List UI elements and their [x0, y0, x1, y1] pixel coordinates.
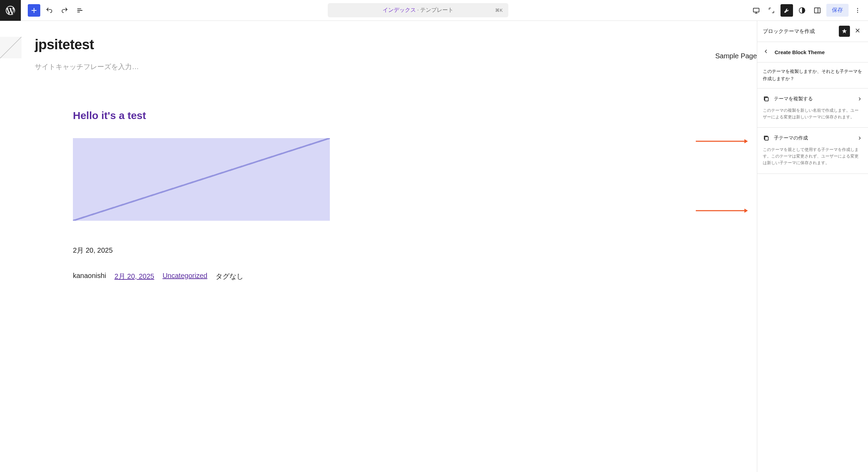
styles-button[interactable]: [796, 4, 808, 17]
options-button[interactable]: [851, 4, 864, 17]
toolbar-left: [0, 0, 86, 21]
post-date: 2月 20, 2025: [73, 246, 330, 255]
site-tagline-input[interactable]: サイトキャッチフレーズを入力…: [35, 62, 139, 71]
expand-icon: [768, 7, 775, 14]
post-content: Hello it's a test 2月 20, 2025 kanaonishi…: [0, 71, 330, 281]
option-description: このテーマの複製を新しい名前で作成します。ユーザーによる変更は新しいテーマに保存…: [763, 107, 862, 120]
post-author: kanaonishi: [73, 272, 106, 281]
post-date-link[interactable]: 2月 20, 2025: [115, 272, 155, 281]
sidebar-title: ブロックテーマを作成: [763, 28, 815, 35]
annotation-arrow-1: [696, 139, 748, 144]
nav-link-sample-page[interactable]: Sample Page: [715, 52, 757, 60]
copy-icon: [763, 95, 770, 102]
redo-icon: [61, 7, 68, 14]
main-area: jpsitetest サイトキャッチフレーズを入力… Sample Page H…: [0, 21, 868, 472]
svg-point-5: [857, 12, 858, 13]
option-child-theme: 子テーマの作成 このテーマを親として使用する子テーマを作成します。このテーマは変…: [757, 128, 868, 174]
svg-rect-2: [815, 8, 820, 13]
annotation-arrow-2: [696, 208, 748, 213]
post-title[interactable]: Hello it's a test: [73, 110, 330, 121]
undo-icon: [45, 7, 53, 14]
option-label: テーマを複製する: [774, 96, 813, 102]
sidebar-icon: [813, 7, 821, 14]
copy-icon: [763, 135, 770, 142]
panel-nav: Create Block Theme: [757, 42, 868, 62]
list-icon: [76, 7, 84, 14]
kebab-icon: [854, 7, 861, 14]
wordpress-icon: [5, 5, 16, 16]
view-desktop-button[interactable]: [750, 4, 762, 17]
settings-sidebar: ブロックテーマを作成 Create Block Theme このテーマを複製しま…: [757, 21, 868, 472]
chevron-right-icon: [857, 96, 862, 102]
wordpress-logo[interactable]: [0, 0, 21, 21]
panel-question: このテーマを複製しますか、それとも子テーマを作成しますか？: [757, 62, 868, 88]
document-title-suffix: · テンプレート: [417, 7, 454, 14]
svg-marker-9: [744, 209, 748, 213]
star-icon: [841, 28, 848, 34]
plus-icon: [30, 6, 38, 15]
svg-point-3: [857, 8, 858, 9]
top-toolbar: インデックス · テンプレート ⌘K 保存: [0, 0, 868, 21]
option-clone-theme: テーマを複製する このテーマの複製を新しい名前で作成します。ユーザーによる変更は…: [757, 88, 868, 128]
svg-rect-10: [765, 97, 768, 101]
settings-sidebar-button[interactable]: [811, 4, 824, 17]
back-button[interactable]: [763, 48, 769, 56]
site-header-block: jpsitetest サイトキャッチフレーズを入力… Sample Page: [0, 21, 757, 71]
block-inserter-button[interactable]: [28, 4, 40, 17]
document-title-link: インデックス: [383, 7, 416, 14]
tools-button[interactable]: [781, 4, 793, 17]
svg-marker-7: [744, 139, 748, 143]
undo-button[interactable]: [43, 4, 56, 17]
close-sidebar-button[interactable]: [853, 26, 862, 37]
svg-rect-11: [765, 137, 768, 140]
panel-title: Create Block Theme: [775, 49, 825, 55]
toolbar-center: インデックス · テンプレート ⌘K: [86, 3, 750, 17]
option-label: 子テーマの作成: [774, 135, 808, 141]
site-logo-placeholder[interactable]: [0, 37, 22, 58]
featured-image-placeholder[interactable]: [73, 138, 330, 221]
svg-point-4: [857, 10, 858, 11]
svg-rect-0: [753, 8, 759, 12]
pin-plugin-button[interactable]: [839, 26, 850, 37]
editor-canvas[interactable]: jpsitetest サイトキャッチフレーズを入力… Sample Page H…: [0, 21, 757, 472]
save-button[interactable]: 保存: [826, 4, 849, 17]
half-circle-icon: [798, 7, 806, 14]
post-meta: kanaonishi 2月 20, 2025 Uncategorized タグな…: [73, 272, 330, 281]
option-clone-button[interactable]: テーマを複製する: [763, 95, 862, 102]
post-category-link[interactable]: Uncategorized: [162, 272, 207, 281]
post-tags: タグなし: [216, 272, 243, 281]
option-description: このテーマを親として使用する子テーマを作成します。このテーマは変更されず、ユーザ…: [763, 146, 862, 167]
wrench-icon: [783, 7, 790, 14]
close-icon: [854, 27, 861, 34]
toolbar-right: 保存: [750, 4, 868, 17]
chevron-right-icon: [857, 135, 862, 141]
option-child-button[interactable]: 子テーマの作成: [763, 135, 862, 142]
list-view-button[interactable]: [74, 4, 86, 17]
zoom-out-button[interactable]: [765, 4, 778, 17]
command-shortcut: ⌘K: [495, 8, 503, 13]
document-switcher[interactable]: インデックス · テンプレート ⌘K: [328, 3, 508, 17]
sidebar-header: ブロックテーマを作成: [757, 21, 868, 42]
redo-button[interactable]: [58, 4, 71, 17]
desktop-icon: [752, 7, 760, 14]
site-title[interactable]: jpsitetest: [35, 37, 139, 52]
chevron-left-icon: [763, 48, 769, 54]
